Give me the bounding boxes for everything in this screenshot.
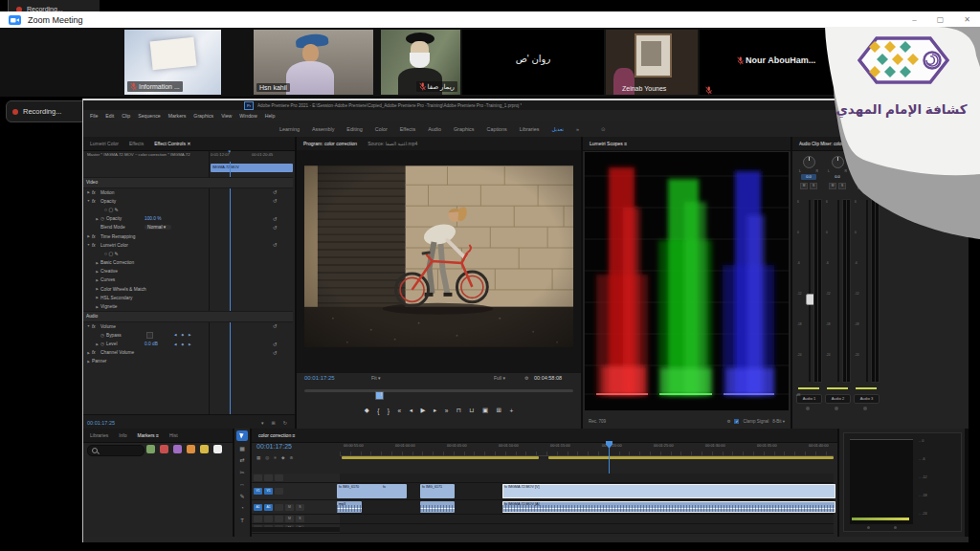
twirl-icon[interactable]: ▶ xyxy=(94,305,100,309)
twirl-icon[interactable]: ▶ xyxy=(94,296,100,299)
tool-button[interactable]: ✎ xyxy=(239,493,244,501)
track-toggle[interactable]: A1 xyxy=(264,504,273,511)
source-patch[interactable]: A1 xyxy=(254,504,262,511)
track-output-button[interactable]: Audio 3 xyxy=(854,394,880,404)
timeline-toolbar-icon[interactable]: ▦ xyxy=(256,455,260,460)
reset-icon[interactable]: ↺ xyxy=(273,342,278,347)
effect-row[interactable]: ▶HSL Secondary xyxy=(83,294,293,302)
menu-help[interactable]: Help xyxy=(265,113,276,119)
scope-wrench-icon[interactable]: ⚙ xyxy=(726,419,730,424)
transport-button[interactable]: { xyxy=(377,408,379,414)
solo-button[interactable]: S xyxy=(810,183,817,189)
tool-button[interactable]: ◔ xyxy=(240,504,244,513)
marker-color-swatch[interactable] xyxy=(160,445,168,453)
video-clip[interactable]: fx IMG_6170 xyxy=(337,484,370,498)
selection-tool[interactable] xyxy=(236,430,248,441)
tab-lumetri-color[interactable]: Lumetri Color xyxy=(90,141,119,146)
track-lock-icon[interactable] xyxy=(275,504,283,511)
workspace-tab-libraries[interactable]: Libraries xyxy=(520,126,540,132)
marker-color-swatch[interactable] xyxy=(200,445,209,453)
solo-button[interactable]: S xyxy=(296,516,304,522)
effect-row[interactable]: ▶Panner xyxy=(83,357,293,365)
track-lock-icon[interactable] xyxy=(275,516,283,522)
timeline-toolbar-icon[interactable]: ⊕ xyxy=(290,455,294,460)
timeline-toolbar-icon[interactable]: ≡ xyxy=(274,455,277,460)
reset-icon[interactable]: ↺ xyxy=(273,198,278,204)
tool-button[interactable]: T xyxy=(240,517,244,525)
twirl-icon[interactable]: ▶ xyxy=(85,234,92,238)
ecp-timecode[interactable]: 00:01:17:25 xyxy=(87,420,115,426)
transport-button[interactable]: ◆ xyxy=(365,407,369,414)
program-scrubber-handle[interactable] xyxy=(375,391,384,400)
twirl-icon[interactable]: ▶ xyxy=(94,342,100,346)
effect-row[interactable]: ▶fxChannel Volume↺ xyxy=(83,348,293,357)
effect-row[interactable]: ▼fxOpacity↺ xyxy=(83,197,293,206)
mute-button[interactable]: M xyxy=(285,516,294,522)
pan-value[interactable]: 0.0 xyxy=(858,174,874,180)
tab-libraries[interactable]: Libraries xyxy=(90,432,108,438)
transport-button[interactable]: » xyxy=(445,408,449,414)
tool-button[interactable]: ✂ xyxy=(239,469,244,477)
ecp-footer-icons[interactable]: ▾⊞↻ xyxy=(261,420,287,426)
effect-row[interactable]: ▼fxLumetri Color↺ xyxy=(83,241,293,250)
menu-edit[interactable]: Edit xyxy=(105,113,114,119)
workspace-tab-learning[interactable]: Learning xyxy=(279,126,300,132)
track-lock-icon[interactable] xyxy=(275,474,283,481)
settings-wrench-icon[interactable]: ⚙ xyxy=(524,375,528,381)
mute-button[interactable]: M xyxy=(800,183,808,189)
transport-button[interactable]: + xyxy=(510,408,514,414)
timeline-toolbar-icon[interactable]: ◆ xyxy=(281,455,285,460)
effect-row[interactable]: ▶Color Wheels & Match xyxy=(83,285,293,294)
bypass-checkbox[interactable] xyxy=(146,332,153,339)
twirl-icon[interactable]: ▶ xyxy=(85,351,92,355)
menu-graphics[interactable]: Graphics xyxy=(193,113,213,119)
effect-row[interactable]: ◷Bypass◀ ◆ ▶ xyxy=(83,331,293,340)
tool-button[interactable]: ▦ xyxy=(239,445,245,453)
effect-row[interactable]: ▶Curves xyxy=(83,276,293,284)
reset-icon[interactable]: ↺ xyxy=(273,323,278,329)
tab-sequence[interactable]: color correction ≡ xyxy=(258,432,296,438)
track-lock-icon[interactable] xyxy=(275,488,283,495)
transport-button[interactable]: ▸ xyxy=(434,407,436,414)
ecp-clip-bar[interactable]: IMGMA.72.MOV xyxy=(211,164,293,172)
tab-effect-controls[interactable]: Effect Controls ✕ xyxy=(154,141,190,146)
transport-button[interactable]: ⊔ xyxy=(469,407,474,414)
track-toggle[interactable] xyxy=(264,474,273,481)
workspace-menu-icon[interactable]: ⊙ xyxy=(601,126,606,132)
effect-row[interactable]: ▶Basic Correction xyxy=(83,258,293,267)
work-area-bar[interactable] xyxy=(342,456,539,459)
effect-row[interactable]: ▶Vignette xyxy=(83,302,293,311)
effect-row[interactable]: ▶fxTime Remapping xyxy=(83,231,293,240)
pan-knob[interactable] xyxy=(832,156,844,168)
transport-button[interactable]: « xyxy=(398,408,402,414)
blend-mode-select[interactable]: Normal ▾ xyxy=(145,225,171,230)
marker-color-swatch[interactable] xyxy=(213,445,222,453)
marker-color-swatch[interactable] xyxy=(146,445,155,453)
video-clip[interactable]: fx IMG_6171 xyxy=(420,484,455,498)
menu-window[interactable]: Window xyxy=(239,113,256,119)
source-patch[interactable] xyxy=(254,516,262,522)
marker-color-swatch[interactable] xyxy=(187,445,195,453)
program-timecode[interactable]: 00:01:17:25 xyxy=(304,375,335,381)
tab-lumetri-scopes[interactable]: Lumetri Scopes ≡ xyxy=(590,141,627,146)
twirl-icon[interactable]: ▶ xyxy=(85,360,92,364)
track-output-button[interactable]: Audio 2 xyxy=(825,394,851,404)
keyframe-nav-icons[interactable]: ◀ ◆ ▶ xyxy=(174,333,193,337)
transport-button[interactable]: ▶ xyxy=(420,407,425,414)
audio-clip[interactable]: fx IMGMA.72.MOV [A] xyxy=(502,501,835,513)
transport-button[interactable]: ⊞ xyxy=(497,407,501,414)
timeline-toolbar-icon[interactable]: ◎ xyxy=(265,455,269,460)
tool-button[interactable]: ⇄ xyxy=(239,456,244,465)
twirl-icon[interactable]: ▶ xyxy=(94,270,100,274)
solo-button[interactable]: S xyxy=(296,504,304,511)
source-patch[interactable]: V1 xyxy=(254,488,262,495)
twirl-icon[interactable]: ▼ xyxy=(85,199,92,203)
workspace-tab-color[interactable]: Color xyxy=(375,126,388,132)
transport-button[interactable]: ◂ xyxy=(410,407,412,414)
twirl-icon[interactable]: ▼ xyxy=(85,243,92,247)
track-toggle[interactable] xyxy=(264,516,273,522)
bit-depth-select[interactable]: 8-Bit ▾ xyxy=(772,419,785,424)
solo-button[interactable]: S xyxy=(867,183,875,189)
twirl-icon[interactable]: ▶ xyxy=(94,287,100,291)
video-clip[interactable]: fx xyxy=(381,484,407,498)
